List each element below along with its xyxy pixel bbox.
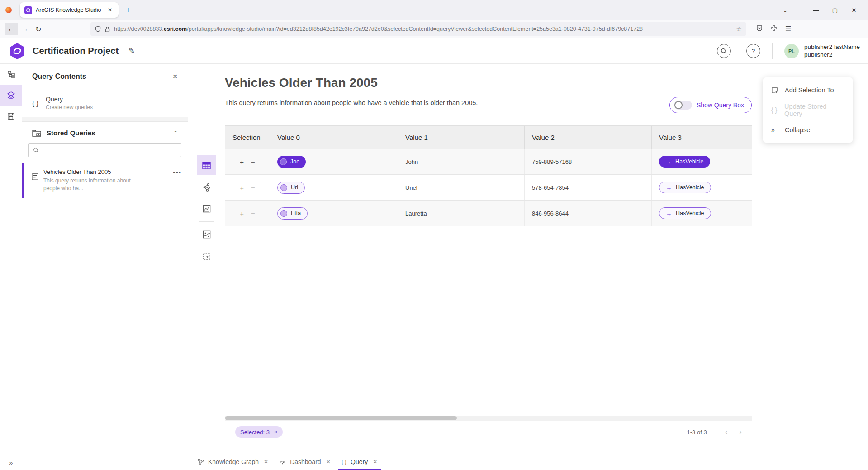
dashboard-icon	[279, 458, 286, 465]
table-cell[interactable]: John	[398, 149, 525, 174]
stored-query-options-icon[interactable]: •••	[173, 168, 181, 192]
browser-titlebar: ArcGIS Knowledge Studio ✕ + ⌄ — ▢ ✕	[0, 0, 868, 20]
rail-layers-button[interactable]	[0, 85, 22, 106]
user-avatar[interactable]: PL	[784, 44, 799, 58]
column-header[interactable]: Selection	[225, 126, 270, 149]
column-header[interactable]: Value 1	[398, 126, 525, 149]
row-add-selection-button[interactable]: +	[240, 210, 244, 217]
table-view-button[interactable]	[197, 155, 216, 175]
lock-icon[interactable]	[105, 26, 110, 32]
column-header[interactable]: Value 2	[525, 126, 652, 149]
bottom-tab-bar: Knowledge Graph ✕ Dashboard ✕ { } Query …	[188, 453, 868, 470]
query-contents-panel: Query Contents ✕ { } Query Create new qu…	[22, 64, 188, 470]
table-cell[interactable]: 578-654-7854	[525, 175, 652, 200]
rail-knowledge-graph-button[interactable]	[0, 64, 22, 85]
url-bar[interactable]: https://dev0028833.esri.com/portal/apps/…	[90, 22, 746, 36]
table-header-row: Selection Value 0 Value 1 Value 2 Value …	[225, 126, 752, 149]
tab-dashboard[interactable]: Dashboard ✕	[274, 453, 336, 470]
toolbar-divider	[199, 221, 214, 222]
previous-page-icon[interactable]: ‹	[725, 427, 728, 436]
row-remove-selection-button[interactable]: −	[251, 184, 255, 192]
app-header: Certification Project ✎ ? PL publisher2 …	[0, 38, 868, 64]
entity-pill[interactable]: Joe	[277, 156, 306, 168]
header-search-button[interactable]	[717, 44, 731, 58]
table-cell[interactable]: Uriel	[398, 175, 525, 200]
back-button[interactable]: ←	[5, 23, 18, 35]
row-add-selection-button[interactable]: +	[240, 158, 244, 166]
reload-button[interactable]: ↻	[32, 23, 45, 35]
window-minimize-button[interactable]: —	[808, 7, 824, 14]
bookmark-star-icon[interactable]: ☆	[736, 25, 742, 33]
stored-query-item[interactable]: Vehicles Older Than 2005 This query retu…	[22, 163, 188, 198]
column-header[interactable]: Value 0	[270, 126, 398, 149]
select-region-button[interactable]	[197, 246, 216, 266]
menu-update-stored-query[interactable]: { } Update Stored Query	[763, 100, 853, 120]
user-name[interactable]: publisher2 lastName publisher2	[804, 43, 860, 59]
tab-close-icon[interactable]: ✕	[106, 6, 114, 14]
project-title: Certification Project	[33, 46, 119, 56]
chart-view-button[interactable]	[197, 199, 216, 219]
stored-query-title: Vehicles Older Than 2005	[43, 168, 132, 175]
menu-add-selection-to[interactable]: Add Selection To	[763, 80, 853, 100]
header-help-button[interactable]: ?	[746, 44, 760, 58]
menu-hamburger-icon[interactable]: ☰	[785, 25, 791, 33]
relationship-pill[interactable]: →HasVehicle	[659, 156, 710, 168]
row-add-selection-button[interactable]: +	[240, 184, 244, 192]
arrow-right-icon: →	[666, 184, 672, 191]
rail-save-button[interactable]	[0, 106, 22, 126]
entity-pill[interactable]: Uri	[277, 182, 305, 194]
tab-close-icon[interactable]: ✕	[373, 459, 377, 465]
new-tab-button[interactable]: +	[126, 5, 131, 15]
menu-collapse[interactable]: » Collapse	[763, 120, 853, 140]
chevron-up-icon[interactable]: ⌃	[173, 130, 178, 136]
relationship-pill[interactable]: →HasVehicle	[659, 182, 711, 193]
knowledge-graph-icon	[197, 458, 204, 465]
table-cell[interactable]: Lauretta	[398, 201, 525, 226]
page-title: Vehicles Older Than 2005	[225, 76, 378, 90]
window-maximize-button[interactable]: ▢	[827, 7, 843, 14]
query-item-subtitle: Create new queries	[46, 104, 93, 110]
tracking-shield-icon[interactable]	[95, 26, 101, 32]
stored-query-document-icon	[31, 173, 39, 181]
stored-queries-search[interactable]	[28, 143, 181, 157]
search-input[interactable]	[43, 147, 177, 153]
tab-knowledge-graph[interactable]: Knowledge Graph ✕	[192, 453, 274, 470]
rail-expand-icon[interactable]: »	[0, 459, 22, 466]
map-view-button[interactable]	[197, 225, 216, 245]
table-cell[interactable]: 759-889-57168	[525, 149, 652, 174]
toggle-switch[interactable]	[674, 101, 692, 110]
link-chart-view-button[interactable]	[197, 177, 216, 197]
extensions-icon[interactable]	[771, 25, 777, 33]
column-header[interactable]: Value 3	[652, 126, 752, 149]
query-item[interactable]: { } Query Create new queries	[22, 89, 188, 117]
browser-tab[interactable]: ArcGIS Knowledge Studio ✕	[20, 2, 119, 18]
tab-close-icon[interactable]: ✕	[326, 459, 331, 465]
double-chevron-right-icon: »	[771, 126, 785, 134]
table-row: +− Uri Uriel 578-654-7854 →HasVehicle	[225, 175, 752, 201]
tab-close-icon[interactable]: ✕	[264, 459, 268, 465]
app-logo-icon	[9, 43, 25, 60]
clear-selection-icon[interactable]: ✕	[274, 429, 278, 435]
forward-button[interactable]: →	[18, 23, 32, 35]
entity-pill[interactable]: Etta	[277, 207, 308, 220]
browser-navbar: ← → ↻ https://dev0028833.esri.com/portal…	[0, 20, 868, 38]
add-selection-icon	[771, 87, 785, 94]
list-tabs-icon[interactable]: ⌄	[778, 7, 793, 14]
table-cell[interactable]: 846-956-8644	[525, 201, 652, 226]
stored-queries-title: Stored Queries	[47, 129, 173, 137]
stored-queries-header[interactable]: Stored Queries ⌃	[22, 122, 188, 141]
browser-tab-title: ArcGIS Knowledge Studio	[36, 7, 106, 13]
row-remove-selection-button[interactable]: −	[251, 158, 255, 166]
show-query-box-toggle[interactable]: Show Query Box	[669, 97, 752, 113]
horizontal-scrollbar[interactable]	[225, 416, 752, 421]
window-close-button[interactable]: ✕	[846, 7, 862, 14]
relationship-pill[interactable]: →HasVehicle	[659, 207, 711, 219]
next-page-icon[interactable]: ›	[739, 427, 742, 436]
scrollbar-thumb[interactable]	[225, 416, 457, 420]
selected-count-chip[interactable]: Selected: 3✕	[235, 426, 283, 438]
edit-project-icon[interactable]: ✎	[128, 46, 135, 56]
tab-query[interactable]: { } Query ✕	[336, 453, 383, 470]
pocket-save-icon[interactable]	[756, 25, 763, 33]
row-remove-selection-button[interactable]: −	[251, 210, 255, 217]
panel-close-icon[interactable]: ✕	[172, 73, 178, 80]
